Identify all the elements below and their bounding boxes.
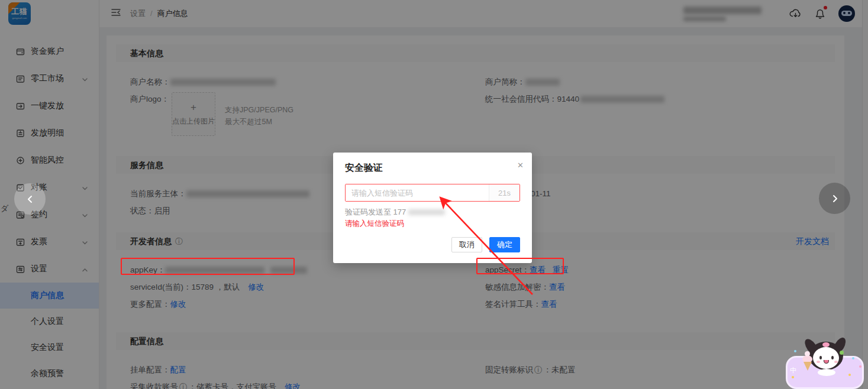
annotation-rect-appsecret (476, 258, 564, 274)
annotation-rect-appkey (121, 258, 295, 275)
mascot-sticker[interactable]: 中 (782, 338, 868, 389)
confetti-dot (794, 350, 796, 352)
sms-code-field: 21s (345, 184, 520, 202)
mascot-eye (831, 356, 834, 359)
carousel-prev-button[interactable] (14, 183, 46, 215)
security-verify-modal: 安全验证 ✕ 21s 验证码发送至 177 请输入短信验证码 取消 确定 (333, 153, 532, 263)
code-sent-prefix: 验证码发送至 177 (345, 208, 406, 216)
confetti-dot (792, 376, 794, 378)
mascot-body (818, 369, 835, 376)
mascot-icecream-cone (804, 362, 812, 371)
validation-error-text: 请输入短信验证码 (345, 219, 520, 229)
mascot-bubble-text: 中 (790, 366, 796, 375)
confetti-dot (848, 374, 851, 376)
confirm-button[interactable]: 确定 (489, 237, 520, 252)
cancel-button[interactable]: 取消 (451, 237, 482, 252)
mascot-eye (819, 356, 822, 359)
sms-code-input[interactable] (346, 184, 489, 201)
code-sent-text: 验证码发送至 177 (345, 207, 520, 218)
modal-title: 安全验证 (345, 162, 520, 174)
mascot-skull (822, 342, 830, 347)
countdown-timer: 21s (489, 184, 519, 201)
confetti-dot (859, 365, 861, 368)
mascot-cheek (817, 361, 820, 363)
mascot-clover (840, 351, 844, 355)
confetti-dot (852, 357, 854, 359)
mascot-face (813, 347, 839, 369)
app-screen: 工猫 gongmall.com 资金账户 零工市场 一键发放 发放明细 (0, 0, 868, 389)
mascot-cheek (834, 361, 838, 363)
carousel-next-button[interactable] (819, 183, 850, 214)
close-icon[interactable]: ✕ (517, 161, 524, 170)
mascot-icecream (805, 351, 810, 356)
phone-number-blurred (408, 209, 445, 215)
